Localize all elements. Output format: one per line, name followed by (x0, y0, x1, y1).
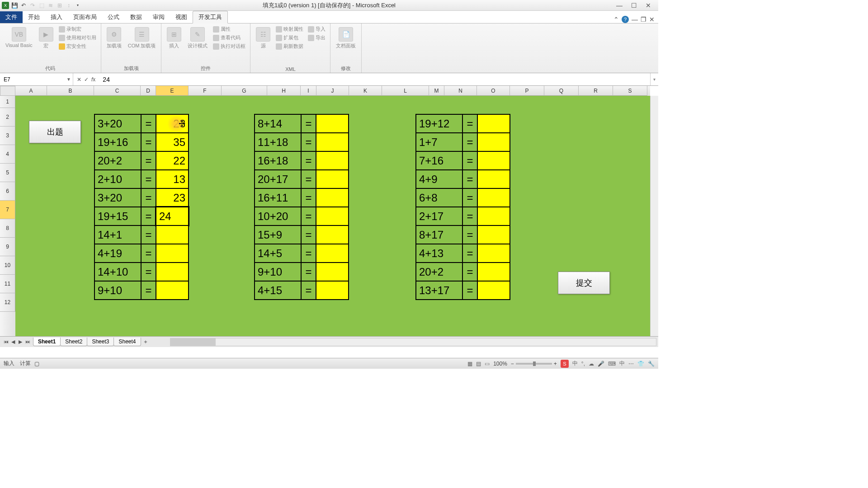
submit-button[interactable]: 提交 (558, 272, 610, 294)
col-header-F[interactable]: F (189, 86, 222, 96)
view-code-button[interactable]: 查看代码 (212, 34, 246, 42)
tab-formula[interactable]: 公式 (102, 11, 125, 23)
undo-icon[interactable]: ↶ (20, 2, 27, 9)
row-header-2[interactable]: 2 (0, 108, 15, 127)
sheet-tab-sheet3[interactable]: Sheet3 (87, 338, 114, 346)
tab-file[interactable]: 文件 (0, 11, 23, 23)
maximize-button[interactable]: ☐ (628, 1, 639, 9)
col-header-I[interactable]: I (301, 86, 316, 96)
answer-cell[interactable] (316, 281, 349, 300)
redo-icon[interactable]: ↷ (29, 2, 36, 9)
expression-cell[interactable]: 4+15 (255, 281, 301, 300)
answer-cell[interactable] (477, 133, 510, 151)
ime-kb-icon[interactable]: ⌨ (608, 361, 616, 367)
export-button[interactable]: 导出 (307, 34, 326, 42)
expression-cell[interactable]: 4+9 (416, 170, 462, 188)
answer-cell[interactable]: 23 (156, 188, 189, 207)
expression-cell[interactable]: 14+5 (255, 244, 301, 263)
col-header-C[interactable]: C (94, 86, 141, 96)
answer-cell[interactable] (316, 151, 349, 170)
answer-cell[interactable] (477, 170, 510, 188)
answer-cell[interactable] (477, 151, 510, 170)
expression-cell[interactable]: 20+17 (255, 170, 301, 188)
save-icon[interactable]: 💾 (11, 2, 18, 9)
answer-cell[interactable] (477, 263, 510, 281)
expression-cell[interactable]: 20+2 (94, 151, 141, 170)
refresh-button[interactable]: 刷新数据 (275, 42, 304, 50)
expression-cell[interactable]: 8+17 (416, 225, 462, 244)
row-header-10[interactable]: 10 (0, 256, 15, 275)
row-header-1[interactable]: 1 (0, 96, 15, 108)
com-addins-button[interactable]: ☰COM 加载项 (126, 25, 158, 51)
expression-cell[interactable]: 20+2 (416, 263, 462, 281)
row-header-4[interactable]: 4 (0, 145, 15, 164)
answer-cell[interactable] (316, 244, 349, 263)
col-header-O[interactable]: O (477, 86, 510, 96)
col-header-N[interactable]: N (444, 86, 477, 96)
insert-control-button[interactable]: ⊞插入 (165, 25, 183, 51)
answer-cell[interactable] (316, 188, 349, 207)
expression-cell[interactable]: 8+14 (255, 114, 301, 133)
tab-view[interactable]: 视图 (170, 11, 193, 23)
fx-icon[interactable]: fx (91, 76, 95, 83)
name-box[interactable]: E7 ▼ (0, 73, 73, 85)
answer-cell[interactable] (156, 225, 189, 244)
tab-data[interactable]: 数据 (125, 11, 147, 23)
expression-cell[interactable]: 3+20 (94, 114, 141, 133)
expression-cell[interactable]: 11+18 (255, 133, 301, 151)
expression-cell[interactable]: 3+20 (94, 188, 141, 207)
select-all-corner[interactable] (0, 86, 15, 96)
relative-ref-button[interactable]: 使用相对引用 (58, 34, 97, 42)
tab-layout[interactable]: 页面布局 (68, 11, 102, 23)
expression-cell[interactable]: 2+10 (94, 170, 141, 188)
window-restore-icon[interactable]: ❐ (641, 16, 646, 23)
answer-cell[interactable] (316, 114, 349, 133)
tab-review[interactable]: 审阅 (147, 11, 170, 23)
record-macro-button[interactable]: 录制宏 (58, 25, 97, 33)
expression-cell[interactable]: 14+1 (94, 225, 141, 244)
expression-cell[interactable]: 19+12 (416, 114, 462, 133)
expression-cell[interactable]: 1+7 (416, 133, 462, 151)
properties-button[interactable]: 属性 (212, 25, 246, 33)
zoom-slider[interactable]: −+ (511, 361, 557, 367)
source-button[interactable]: ☷源 (254, 25, 272, 51)
addins-button[interactable]: ⚙加载项 (105, 25, 123, 51)
sheet-tab-sheet2[interactable]: Sheet2 (60, 338, 87, 346)
new-sheet-icon[interactable]: ✦ (141, 339, 150, 345)
expression-cell[interactable]: 2+17 (416, 207, 462, 225)
answer-cell[interactable] (156, 281, 189, 300)
answer-cell[interactable] (477, 225, 510, 244)
doc-panel-button[interactable]: 📄文档面板 (334, 25, 358, 51)
cells-area[interactable]: 出题 提交 3+20=23✢19+16=3520+2=222+10=133+20… (15, 96, 650, 336)
answer-cell[interactable]: 22 (156, 151, 189, 170)
expression-cell[interactable]: 14+10 (94, 263, 141, 281)
row-header-12[interactable]: 12 (0, 293, 15, 312)
view-layout-icon[interactable]: ▤ (476, 361, 481, 367)
help-icon[interactable]: ? (622, 16, 629, 23)
cancel-icon[interactable]: ✕ (77, 76, 81, 83)
col-header-G[interactable]: G (222, 86, 267, 96)
answer-cell[interactable] (316, 170, 349, 188)
answer-cell[interactable] (316, 263, 349, 281)
answer-cell[interactable] (477, 244, 510, 263)
expression-cell[interactable]: 9+10 (94, 281, 141, 300)
expression-cell[interactable]: 10+20 (255, 207, 301, 225)
col-header-E[interactable]: E (156, 86, 189, 96)
answer-cell[interactable] (477, 281, 510, 300)
window-close-icon[interactable]: ✕ (649, 16, 655, 23)
row-header-3[interactable]: 3 (0, 127, 15, 145)
col-header-S[interactable]: S (613, 86, 647, 96)
vertical-scrollbar[interactable] (650, 96, 658, 336)
expression-cell[interactable]: 13+17 (416, 281, 462, 300)
zoom-level[interactable]: 100% (493, 361, 507, 367)
col-header-D[interactable]: D (141, 86, 156, 96)
expression-cell[interactable]: 4+13 (416, 244, 462, 263)
sheet-next-icon[interactable]: ▶ (17, 339, 24, 345)
macros-button[interactable]: ▶宏 (37, 25, 55, 51)
col-header-R[interactable]: R (579, 86, 613, 96)
col-header-B[interactable]: B (47, 86, 94, 96)
ime-lang-icon[interactable]: 中 (572, 360, 578, 367)
expression-cell[interactable]: 16+18 (255, 151, 301, 170)
map-props-button[interactable]: 映射属性 (275, 25, 304, 33)
view-break-icon[interactable]: ▭ (485, 361, 490, 367)
